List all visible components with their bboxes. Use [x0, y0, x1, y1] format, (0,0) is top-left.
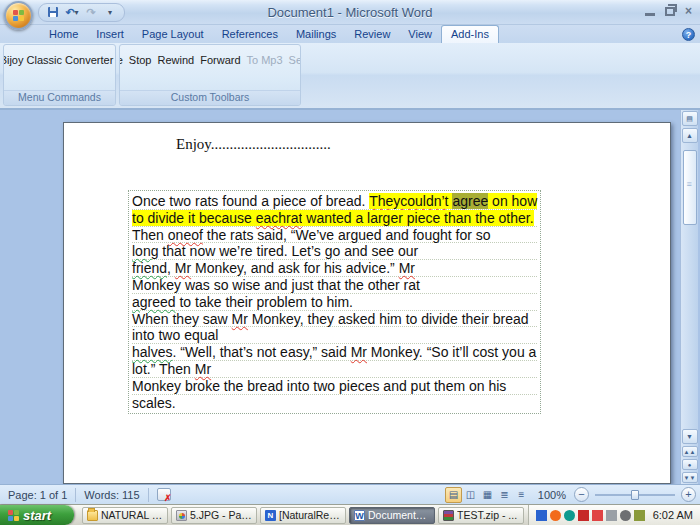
ribbon-button-stop[interactable]: Stop	[127, 53, 154, 67]
undo-icon: ↶	[65, 6, 74, 19]
ribbon-button-forward[interactable]: Forward	[198, 53, 242, 67]
undo-dropdown-caret-icon: ▾	[75, 8, 79, 17]
system-tray: 6:02 AM	[528, 505, 700, 525]
tray-olive-icon[interactable]	[634, 510, 645, 521]
view-button-web-layout[interactable]: ▦	[479, 487, 496, 503]
document-area: Enjoy................................ On…	[0, 110, 700, 484]
zoom-slider-thumb[interactable]	[631, 490, 639, 500]
word-application-window: ↶▾ ↷ ▾ Document1 - Microsoft Word × Home…	[0, 0, 700, 525]
document-text-line[interactable]: lot.” Then Mr	[132, 361, 537, 378]
tab-mailings[interactable]: Mailings	[287, 26, 345, 43]
text-segment: halves	[132, 344, 172, 360]
ribbon-button-to-mp3: To Mp3	[245, 53, 285, 67]
text-segment: . “Well, that’s not easy,” said	[172, 344, 350, 360]
tray-blue-app-icon[interactable]	[536, 510, 547, 521]
start-button[interactable]: start	[0, 505, 74, 525]
document-text-line[interactable]: friend, Mr Monkey, and ask for his advic…	[132, 260, 537, 277]
document-text-line[interactable]: Once two rats found a piece of bread. Th…	[132, 193, 537, 210]
tray-gray-clock-icon[interactable]	[620, 510, 631, 521]
text-segment: that now we’re tired. Let’s go and see o…	[158, 243, 418, 259]
select-browse-object-button[interactable]: ●	[682, 459, 698, 470]
scrollbar-thumb[interactable]	[683, 150, 697, 225]
tab-review[interactable]: Review	[345, 26, 399, 43]
tray-teal-icon[interactable]	[564, 510, 575, 521]
status-separator	[148, 488, 149, 502]
taskbar-item[interactable]: NATURAL RE...	[82, 507, 168, 524]
tab-page-layout[interactable]: Page Layout	[133, 26, 213, 43]
tray-red-a-icon[interactable]	[578, 510, 589, 521]
zoom-slider[interactable]	[595, 487, 675, 502]
text-segment: Mr	[195, 361, 211, 377]
previous-page-button[interactable]: ▲▲	[682, 446, 698, 457]
document-page[interactable]: Enjoy................................ On…	[63, 122, 671, 484]
restore-button[interactable]	[665, 7, 675, 16]
page-number-status[interactable]: Page: 1 of 1	[0, 489, 75, 501]
zoom-out-button[interactable]: −	[574, 487, 589, 502]
minimize-button[interactable]	[645, 13, 655, 16]
proofing-errors-icon[interactable]	[157, 488, 171, 501]
status-bar: Page: 1 of 1 Words: 115 ▤◫▦≣≡ 100% − +	[0, 484, 700, 504]
document-heading: Enjoy................................	[176, 136, 331, 153]
text-segment: Mr	[175, 260, 191, 276]
ribbon: Bijoy Classic Converter▾ Menu Commands P…	[0, 43, 700, 110]
save-button[interactable]	[45, 5, 61, 20]
document-text-line[interactable]: agreed to take their problem to him.	[132, 294, 537, 311]
office-button[interactable]	[4, 1, 33, 30]
redo-icon: ↷	[86, 6, 95, 19]
document-text-line[interactable]: halves. “Well, that’s not easy,” said Mr…	[132, 344, 537, 361]
dropdown-caret-icon: ▾	[115, 57, 116, 66]
document-text-line[interactable]: When they saw Mr Monkey, they asked him …	[132, 311, 537, 328]
document-text-line[interactable]: long that now we’re tired. Let’s go and …	[132, 243, 537, 260]
title-bar: ↶▾ ↷ ▾ Document1 - Microsoft Word ×	[0, 0, 700, 25]
taskbar-item[interactable]: WDocument1 -...	[349, 507, 435, 524]
taskbar-item-label: [NaturalRea...	[279, 509, 341, 521]
scrollbar-track[interactable]	[682, 144, 698, 428]
ribbon-button-settings: Settings	[287, 53, 301, 67]
view-button-print-layout[interactable]: ▤	[445, 487, 462, 503]
scroll-down-button[interactable]: ▼	[682, 429, 698, 444]
text-segment: Mr	[399, 260, 415, 276]
document-text-line[interactable]: scales.	[132, 395, 537, 412]
ribbon-button-pause[interactable]: Pause	[119, 53, 125, 67]
tray-orange-ball-icon[interactable]	[550, 510, 561, 521]
taskbar: start NATURAL RE...5.JPG - PaintN[Natura…	[0, 504, 700, 525]
customize-qat-button[interactable]: ▾	[102, 5, 118, 20]
ribbon-button-rewind[interactable]: Rewind	[156, 53, 197, 67]
view-button-full-screen-reading[interactable]: ◫	[462, 487, 479, 503]
taskbar-item[interactable]: 5.JPG - Paint	[171, 507, 257, 524]
close-button[interactable]: ×	[685, 5, 692, 17]
zoom-in-button[interactable]: +	[681, 487, 696, 502]
tab-home[interactable]: Home	[40, 26, 87, 43]
tray-red-x-icon[interactable]	[592, 510, 603, 521]
document-text-line[interactable]: Monkey was so wise and just that the oth…	[132, 277, 537, 294]
word-count-status[interactable]: Words: 115	[76, 489, 147, 501]
undo-button[interactable]: ↶▾	[64, 5, 80, 20]
text-segment: lot.” Then	[132, 361, 195, 377]
view-button-outline[interactable]: ≣	[496, 487, 513, 503]
taskbar-item[interactable]: TEST.zip - ...	[438, 507, 524, 524]
ruler-toggle-button[interactable]: ▤	[682, 111, 698, 126]
tray-volume-muted-icon[interactable]	[606, 510, 617, 521]
redo-button[interactable]: ↷	[83, 5, 99, 20]
help-button[interactable]: ?	[682, 28, 695, 41]
status-bar-right: ▤◫▦≣≡ 100% − +	[445, 487, 700, 503]
tab-add-ins[interactable]: Add-Ins	[441, 25, 499, 44]
next-page-button[interactable]: ▼▼	[682, 472, 698, 483]
ribbon-button-bijoy-classic-converter[interactable]: Bijoy Classic Converter▾	[3, 53, 116, 67]
zoom-level[interactable]: 100%	[530, 489, 574, 501]
scroll-up-button[interactable]: ▲	[682, 128, 698, 143]
view-button-draft[interactable]: ≡	[513, 487, 530, 503]
taskbar-item[interactable]: N[NaturalRea...	[260, 507, 346, 524]
text-segment: Once two rats found a piece of bread.	[132, 193, 369, 209]
text-segment: the rats said, “We’ve argued and fought …	[203, 227, 491, 243]
document-text-line[interactable]: to divide it because eachrat wanted a la…	[132, 210, 537, 227]
document-text-line[interactable]: into two equal	[132, 327, 537, 344]
tab-references[interactable]: References	[213, 26, 287, 43]
tab-insert[interactable]: Insert	[87, 26, 133, 43]
document-text-line[interactable]: Monkey broke the bread into two pieces a…	[132, 378, 537, 395]
text-segment: Monkey broke the bread into two pieces a…	[132, 378, 506, 394]
tab-view[interactable]: View	[399, 26, 441, 43]
ribbon-group-custom-toolbars: PauseStopRewindForwardTo Mp3Settings Cus…	[119, 44, 301, 106]
document-paragraph-selection[interactable]: Once two rats found a piece of bread. Th…	[128, 190, 541, 414]
document-text-line[interactable]: Then oneof the rats said, “We’ve argued …	[132, 227, 537, 244]
